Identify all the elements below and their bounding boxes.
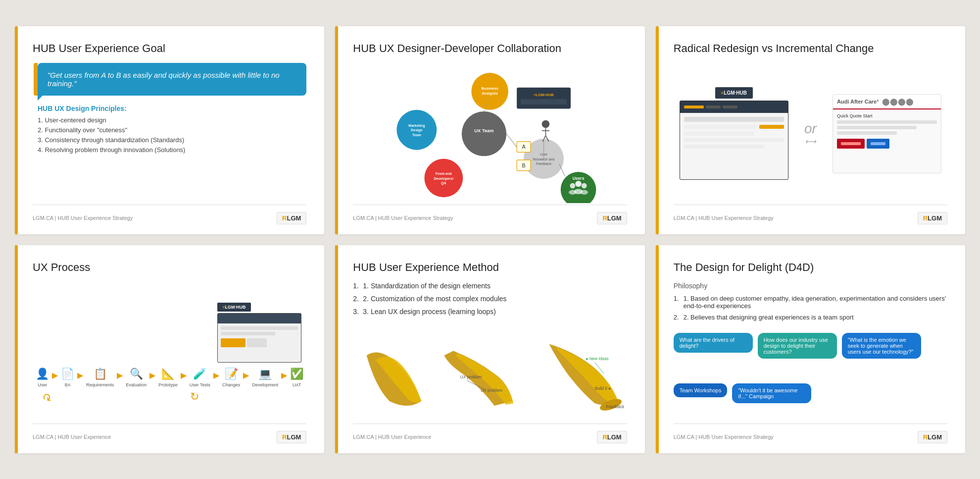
svg-text:Feedback: Feedback [606,404,625,409]
slide-2-footer: LGM.CA | HUB User Experience Strategy RL… [353,205,627,224]
bubble-campaign: "Wouldn't it be awesome if..." Campaign [732,383,811,403]
slide-4: UX Process ≡LGM·HUB [15,245,324,453]
slide-1-footer: LGM.CA | HUB User Experience Strategy RL… [33,205,306,224]
slide-1-title: HUB User Experience Goal [33,42,306,55]
radical-content: ≡LGM·HUB [674,63,947,205]
svg-line-38 [506,134,517,147]
svg-point-22 [570,183,576,188]
principles-list: 1. User-centered design 2. Functionality… [38,116,306,156]
step-ba: 📄 BA [61,368,74,387]
process-steps-row: 👤 User ▶ 📄 BA ▶ 📋 Requirements ▶ 🔍 Evalu… [36,368,303,387]
svg-text:Users: Users [573,176,585,181]
or-divider: or ⟷ [804,121,817,146]
audi-screen-mock: Audi After Care° ⬤⬤⬤⬤ Quick Quote Start [833,94,941,173]
quote-text: "Get users from A to B as easily and qui… [48,71,280,88]
slide-5-footer: LGM.CA | HUB User Experience RLGM [353,424,627,443]
method-item-3: 3. Lean UX design process (learning loop… [353,308,627,316]
orange-accent-bar-3 [656,26,659,234]
footer-left-6: LGM.CA | HUB User Experience Strategy [674,434,774,440]
slide-6: The Design for Delight (D4D) Philosophy … [656,245,965,453]
svg-point-23 [576,180,582,186]
d4d-list: 1. Based on deep customer empathy, idea … [674,295,947,325]
footer-left-5: LGM.CA | HUB User Experience [353,434,431,440]
screen-lgm: ≡LGM·HUB [674,87,794,180]
svg-text:Front-end: Front-end [436,172,452,175]
svg-text:Feedback: Feedback [537,162,552,165]
step-uat: ✅ UAT [290,368,303,387]
principle-1: 1. User-centered design [38,116,306,124]
bubble-emotion: "What is the emotion we seek to generate… [842,333,921,359]
slide-3: Radical Redesign vs Incremental Change ≡… [656,26,965,234]
orange-accent-bar-6 [656,245,659,453]
svg-text:B: B [522,162,526,168]
svg-text:UX problem: UX problem [460,374,482,379]
svg-text:A: A [522,144,526,150]
footer-logo-2: RLGM [597,212,627,224]
orange-accent-bar-5 [335,245,338,453]
svg-rect-2 [521,99,567,105]
lgm-screen-mock [680,101,788,180]
step-changes: 📝 Changes [222,368,240,387]
slide-5-title: HUB User Experience Method [353,261,627,274]
orange-accent-bar-2 [335,26,338,234]
method-item-1: 1. Standardization of the design element… [353,282,627,290]
svg-text:≡LGM·HUB: ≡LGM·HUB [534,92,554,97]
svg-text:Analysts: Analysts [482,91,498,95]
orange-accent-bar [15,26,18,234]
step-user: 👤 User [36,368,49,387]
svg-point-10 [462,111,506,156]
collab-diagram: ≡LGM·HUB Business Analysts Marketing Des… [353,63,627,205]
svg-point-32 [542,120,550,128]
slide-1: HUB User Experience Goal "Get users from… [15,26,324,234]
footer-logo-3: RLGM [918,212,947,224]
collab-svg: ≡LGM·HUB Business Analysts Marketing Des… [353,64,627,203]
bubble-industry: How does our industry use design to deli… [758,333,837,359]
principle-4: 4. Resolving problem through innovation … [38,146,306,154]
slide-5: HUB User Experience Method 1. Standardiz… [335,245,644,453]
svg-text:Business: Business [482,86,499,90]
svg-rect-0 [517,87,571,108]
method-list: 1. Standardization of the design element… [353,282,627,320]
bubble-workshops: Team Workshops [674,383,728,397]
svg-text:UX problem: UX problem [481,388,503,393]
slide-6-subtitle: Philosophy [674,282,947,290]
slide-2: HUB UX Designer-Developer Collaboration … [335,26,644,234]
slide-4-footer: LGM.CA | HUB User Experience RLGM [33,424,306,443]
step-tests: 🧪 User Tests [190,368,210,387]
svg-text:Developers/: Developers/ [434,176,454,180]
process-diagram: ≡LGM·HUB 👤 [33,282,306,424]
cycle-indicator: ↻ ↻ [43,390,199,403]
footer-logo-4: RLGM [277,431,306,443]
svg-point-27 [581,190,588,194]
footer-logo-1: RLGM [277,212,306,224]
slide-3-footer: LGM.CA | HUB User Experience Strategy RL… [674,205,947,224]
slide-6-footer: LGM.CA | HUB User Experience Strategy RL… [674,424,947,443]
step-development: 💻 Development [252,368,278,387]
svg-text:QA: QA [441,181,446,185]
svg-text:Design: Design [411,128,423,132]
slides-grid: HUB User Experience Goal "Get users from… [15,26,965,453]
hub-logo-top: ≡LGM·HUB [217,303,250,312]
footer-logo-6: RLGM [918,431,947,443]
spiral-svg: UX problem UX problem ● New Ideas Build … [353,334,627,418]
bubble-drivers: What are the drivers of delight? [674,333,753,353]
method-item-2: 2. Customization of the most complex mod… [353,295,627,303]
svg-text:UX Team: UX Team [475,128,494,133]
hub-screen-top: ≡LGM·HUB [217,302,301,363]
footer-logo-5: RLGM [597,431,627,443]
lgm-hub-label: ≡LGM·HUB [715,87,753,99]
svg-text:Build it ●: Build it ● [595,385,611,390]
footer-left-4: LGM.CA | HUB User Experience [33,434,111,440]
slide-3-title: Radical Redesign vs Incremental Change [674,42,947,55]
slide-2-title: HUB UX Designer-Developer Collaboration [353,42,627,55]
svg-text:Team: Team [412,133,421,136]
svg-point-24 [582,183,587,188]
svg-text:● New Ideas: ● New Ideas [586,356,609,361]
step-prototype: 📐 Prototype [158,368,178,387]
principles-title: HUB UX Design Principles: [38,105,306,112]
bubbles-area: What are the drivers of delight? How doe… [674,333,947,424]
footer-left-3: LGM.CA | HUB User Experience Strategy [674,215,774,221]
footer-left-1: LGM.CA | HUB User Experience Strategy [33,215,133,221]
d4d-item-2: 2. Believes that designing great experie… [674,314,947,321]
orange-accent-bar-4 [15,245,18,453]
